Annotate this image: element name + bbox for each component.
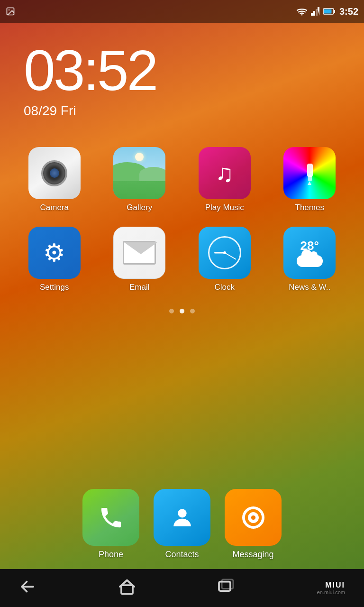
status-bar-right: 3:52 [297, 6, 358, 17]
signal-icon [311, 7, 319, 16]
email-label: Email [129, 283, 150, 292]
clock-display-time: 03:52 [24, 42, 340, 99]
gear-icon: ⚙ [43, 239, 65, 267]
photo-icon [6, 7, 15, 16]
music-note-icon: ♫ [215, 161, 234, 185]
app-gallery[interactable]: Gallery [100, 147, 180, 212]
person-icon [169, 505, 195, 531]
status-bar-left [6, 7, 15, 16]
clock-label: Clock [214, 283, 235, 292]
gallery-hill-right [139, 167, 165, 181]
camera-label: Camera [40, 203, 69, 212]
app-playmusic[interactable]: ♫ Play Music [184, 147, 265, 212]
svg-point-1 [9, 9, 9, 10]
weather-content: 28° [297, 239, 323, 267]
email-icon [113, 227, 165, 279]
contacts-icon [154, 489, 210, 546]
page-dot-2[interactable] [180, 309, 184, 313]
clock-display-date: 08/29 Fri [24, 103, 340, 119]
phone-handset-icon [98, 505, 124, 531]
dock-contacts[interactable]: Contacts [154, 489, 210, 560]
svg-rect-3 [311, 13, 313, 16]
svg-rect-18 [219, 582, 230, 591]
app-themes[interactable]: Themes [270, 147, 350, 212]
page-dot-3[interactable] [190, 309, 195, 313]
dock-phone[interactable]: Phone [82, 489, 139, 560]
phone-icon [82, 489, 139, 546]
app-email[interactable]: Email [100, 227, 180, 292]
wifi-icon [297, 7, 307, 16]
miui-domain: en.miui.com [317, 589, 345, 595]
weather-cloud-icon [297, 255, 323, 267]
miui-branding: MIUI en.miui.com [317, 581, 345, 595]
svg-rect-17 [121, 585, 133, 594]
dock-messaging[interactable]: Messaging [225, 489, 282, 560]
themes-label: Themes [295, 203, 324, 212]
svg-point-2 [301, 14, 303, 16]
gallery-sun [135, 153, 144, 161]
home-button[interactable] [118, 578, 136, 598]
camera-icon [28, 147, 81, 199]
page-dot-1[interactable] [169, 309, 174, 313]
gallery-scene [113, 147, 165, 199]
clock-face [208, 236, 241, 269]
svg-point-13 [178, 509, 186, 517]
svg-rect-10 [307, 164, 313, 177]
app-grid: Camera Gallery ♫ Play Music [0, 128, 364, 292]
messaging-icon [225, 489, 282, 546]
back-button[interactable] [19, 578, 36, 598]
svg-rect-4 [313, 11, 315, 16]
messaging-label: Messaging [232, 550, 273, 560]
back-arrow-icon [19, 578, 36, 595]
news-label: News & W.. [289, 283, 330, 292]
app-news[interactable]: 28° News & W.. [270, 227, 350, 292]
svg-rect-5 [316, 9, 318, 16]
settings-label: Settings [40, 283, 69, 292]
miui-logo: MIUI [317, 581, 345, 589]
chat-bubble-icon [240, 505, 266, 531]
envelope-icon [123, 241, 156, 265]
clock-icon [199, 227, 251, 279]
themes-icon [283, 147, 336, 199]
phone-label: Phone [99, 550, 123, 560]
clock-hour-hand [214, 252, 225, 254]
playmusic-label: Play Music [205, 203, 244, 212]
app-camera[interactable]: Camera [14, 147, 95, 212]
nav-bar: MIUI en.miui.com [0, 569, 364, 607]
news-icon: 28° [283, 227, 336, 279]
svg-rect-9 [324, 9, 331, 14]
svg-point-16 [251, 515, 255, 519]
page-indicators [0, 309, 364, 313]
settings-icon: ⚙ [28, 227, 81, 279]
svg-marker-12 [308, 181, 311, 185]
recents-button[interactable] [218, 578, 235, 598]
brush-icon [298, 161, 321, 185]
clock-widget: 03:52 08/29 Fri [0, 23, 364, 128]
dock: Phone Contacts Messaging [0, 479, 364, 569]
camera-lens [41, 160, 67, 186]
contacts-label: Contacts [165, 550, 199, 560]
svg-marker-6 [318, 7, 319, 16]
status-bar: 3:52 [0, 0, 364, 23]
app-settings[interactable]: ⚙ Settings [14, 227, 95, 292]
svg-rect-8 [334, 10, 335, 13]
battery-icon [323, 8, 336, 15]
svg-rect-11 [308, 175, 312, 181]
status-time: 3:52 [339, 6, 358, 17]
app-clock[interactable]: Clock [184, 227, 265, 292]
gallery-label: Gallery [127, 203, 152, 212]
gallery-icon [113, 147, 165, 199]
playmusic-icon: ♫ [199, 147, 251, 199]
recents-icon [218, 578, 235, 595]
clock-minute-hand [224, 252, 236, 260]
home-icon [118, 578, 136, 595]
